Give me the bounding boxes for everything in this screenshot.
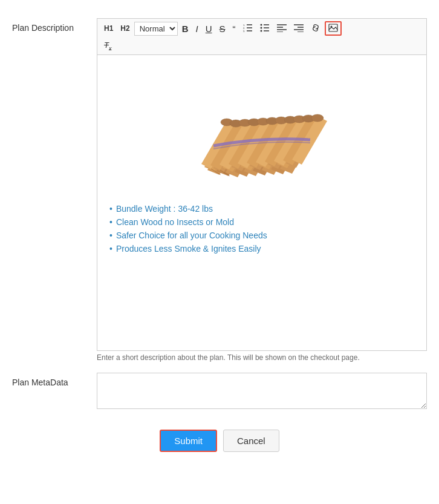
submit-button[interactable]: Submit xyxy=(160,430,217,452)
quote-button[interactable]: “ xyxy=(230,22,239,35)
bullet-item-2: Clean Wood no Insects or Mold xyxy=(109,217,420,227)
helper-text: Enter a short description about the plan… xyxy=(97,353,427,362)
h2-button[interactable]: H2 xyxy=(117,23,132,34)
svg-point-10 xyxy=(260,27,262,29)
svg-point-62 xyxy=(311,114,324,122)
metadata-field-wrapper xyxy=(97,373,427,411)
bold-button[interactable]: B xyxy=(179,22,192,35)
align-right-button[interactable] xyxy=(291,22,307,35)
firewood-image xyxy=(183,61,340,194)
strikethrough-button[interactable]: S xyxy=(216,22,229,35)
editor-content[interactable]: Bundle Weight : 36-42 lbs Clean Wood no … xyxy=(97,54,427,351)
underline-button[interactable]: U xyxy=(203,22,215,35)
plan-metadata-row: Plan MetaData xyxy=(12,373,427,411)
bullet-list: Bundle Weight : 36-42 lbs Clean Wood no … xyxy=(103,204,420,254)
editor-wrapper: H1 H2 NormalH1H2H3H4 B I U S “ 1.2.3. xyxy=(97,18,427,362)
bullet-item-3: Safer Choice for all your Cooking Needs xyxy=(109,231,420,240)
format-select[interactable]: NormalH1H2H3H4 xyxy=(134,22,178,36)
bullet-item-1: Bundle Weight : 36-42 lbs xyxy=(109,204,420,214)
plan-metadata-label: Plan MetaData xyxy=(12,373,97,387)
bullet-item-4: Produces Less Smoke & Ignites Easily xyxy=(109,244,420,254)
italic-button[interactable]: I xyxy=(193,22,201,35)
image-button[interactable] xyxy=(325,21,342,36)
metadata-input[interactable] xyxy=(97,373,427,409)
svg-text:3.: 3. xyxy=(243,30,245,32)
image-area xyxy=(103,61,420,194)
clear-format-button[interactable]: Tx xyxy=(101,39,114,53)
toolbar-row1: H1 H2 NormalH1H2H3H4 B I U S “ 1.2.3. xyxy=(97,18,427,38)
plan-description-row: Plan Description H1 H2 NormalH1H2H3H4 B … xyxy=(12,18,427,362)
ordered-list-button[interactable]: 1.2.3. xyxy=(240,22,256,35)
toolbar-row2: Tx xyxy=(97,38,427,54)
unordered-list-button[interactable] xyxy=(257,22,273,35)
h1-button[interactable]: H1 xyxy=(101,23,116,34)
svg-point-9 xyxy=(260,24,262,26)
plan-description-label: Plan Description xyxy=(12,18,97,33)
form-container: Plan Description H1 H2 NormalH1H2H3H4 B … xyxy=(0,12,439,458)
cancel-button[interactable]: Cancel xyxy=(223,430,279,452)
svg-point-11 xyxy=(260,30,262,32)
link-button[interactable] xyxy=(308,22,324,35)
buttons-row: Submit Cancel xyxy=(12,430,427,452)
align-left-button[interactable] xyxy=(274,22,290,35)
